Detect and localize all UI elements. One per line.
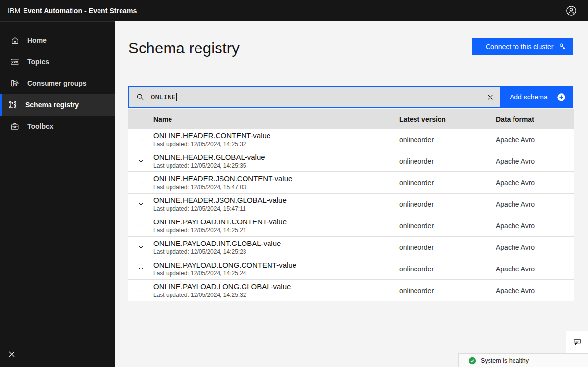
chevron-down-icon: [138, 136, 144, 143]
search-value: ONLINE: [151, 93, 176, 101]
close-icon: [8, 351, 15, 358]
row-expand-button[interactable]: [128, 266, 153, 272]
schema-last-updated: Last updated: 12/05/2024, 14:25:35: [153, 162, 399, 169]
sidebar-item-toolbox[interactable]: Toolbox: [0, 116, 115, 137]
user-avatar-button[interactable]: [564, 3, 579, 19]
sidebar-item-topics[interactable]: Topics: [0, 51, 115, 73]
schema-name: ONLINE.PAYLOAD.INT.CONTENT-value: [153, 218, 399, 226]
schema-last-updated: Last updated: 12/05/2024, 15:47:03: [153, 184, 399, 191]
latest-version-cell: onlineorder: [399, 287, 496, 294]
topics-icon: [10, 57, 20, 67]
row-expand-button[interactable]: [128, 179, 153, 186]
data-format-cell: Apache Avro: [496, 244, 574, 251]
top-header: IBMEvent Automation - Event Streams: [0, 0, 588, 21]
schema-name: ONLINE.PAYLOAD.LONG.CONTENT-value: [153, 261, 399, 269]
add-schema-label: Add schema: [510, 93, 548, 101]
schema-registry-icon: [8, 100, 18, 110]
sidebar-item-label: Toolbox: [27, 122, 53, 130]
schema-last-updated: Last updated: 12/05/2024, 14:25:21: [153, 227, 399, 234]
schema-name-cell: ONLINE.HEADER.JSON.CONTENT-value Last up…: [153, 174, 399, 191]
chevron-down-icon: [138, 266, 144, 272]
sidebar: Home Topics Consumer groups: [0, 21, 115, 367]
latest-version-cell: onlineorder: [399, 157, 496, 165]
connect-to-cluster-button[interactable]: Connect to this cluster: [472, 38, 573, 55]
chevron-down-icon: [138, 158, 144, 164]
schema-name-cell: ONLINE.HEADER.GLOBAL-value Last updated:…: [153, 153, 399, 169]
latest-version-cell: onlineorder: [399, 179, 496, 187]
chevron-down-icon: [138, 179, 144, 186]
latest-version-cell: onlineorder: [399, 136, 496, 144]
main-content: Schema registry Connect to this cluster …: [115, 21, 588, 367]
schema-last-updated: Last updated: 12/05/2024, 15:47:11: [153, 205, 399, 212]
column-header-latest-version: Latest version: [399, 115, 496, 123]
user-avatar-icon: [566, 5, 577, 16]
search-input[interactable]: ONLINE: [128, 86, 501, 108]
row-expand-button[interactable]: [128, 201, 153, 207]
table-row[interactable]: ONLINE.PAYLOAD.LONG.GLOBAL-value Last up…: [128, 280, 574, 301]
add-schema-button[interactable]: Add schema: [501, 86, 573, 108]
latest-version-cell: onlineorder: [399, 265, 496, 273]
page-title: Schema registry: [128, 40, 240, 57]
schema-name: ONLINE.HEADER.GLOBAL-value: [153, 153, 399, 161]
schema-last-updated: Last updated: 12/05/2024, 14:25:24: [153, 270, 399, 277]
row-expand-button[interactable]: [128, 244, 153, 250]
schema-name-cell: ONLINE.PAYLOAD.LONG.GLOBAL-value Last up…: [153, 282, 399, 298]
sidebar-item-home[interactable]: Home: [0, 29, 115, 51]
data-format-cell: Apache Avro: [496, 200, 574, 208]
chevron-down-icon: [138, 287, 144, 294]
toolbox-icon: [10, 122, 20, 131]
schema-last-updated: Last updated: 12/05/2024, 14:25:32: [153, 292, 399, 298]
sidebar-item-label: Consumer groups: [27, 79, 87, 87]
table-row[interactable]: ONLINE.HEADER.JSON.GLOBAL-value Last upd…: [128, 194, 574, 215]
latest-version-cell: onlineorder: [399, 200, 496, 208]
table-header-row: Name Latest version Data format: [128, 109, 574, 129]
sidebar-close-button[interactable]: [5, 347, 19, 361]
schema-name-cell: ONLINE.PAYLOAD.LONG.CONTENT-value Last u…: [153, 261, 399, 277]
consumer-groups-icon: [10, 78, 20, 88]
schema-last-updated: Last updated: 12/05/2024, 14:25:32: [153, 141, 399, 147]
column-header-data-format: Data format: [496, 115, 574, 123]
chevron-down-icon: [138, 201, 144, 207]
system-status-bar[interactable]: System is healthy: [458, 353, 588, 367]
sidebar-item-label: Home: [27, 36, 47, 44]
schema-name-cell: ONLINE.HEADER.JSON.GLOBAL-value Last upd…: [153, 196, 399, 212]
table-row[interactable]: ONLINE.HEADER.JSON.CONTENT-value Last up…: [128, 172, 574, 194]
text-caret: [176, 93, 177, 101]
home-icon: [10, 35, 20, 45]
row-expand-button[interactable]: [128, 287, 153, 294]
schema-last-updated: Last updated: 12/05/2024, 14:25:23: [153, 248, 399, 255]
data-format-cell: Apache Avro: [496, 222, 574, 230]
chevron-down-icon: [138, 222, 144, 229]
row-expand-button[interactable]: [128, 136, 153, 143]
table-body: ONLINE.HEADER.CONTENT-value Last updated…: [128, 129, 574, 301]
table-row[interactable]: ONLINE.PAYLOAD.INT.GLOBAL-value Last upd…: [128, 237, 574, 258]
schema-name: ONLINE.HEADER.JSON.GLOBAL-value: [153, 196, 399, 204]
brand-title: Event Automation - Event Streams: [23, 7, 137, 15]
schema-name-cell: ONLINE.PAYLOAD.INT.CONTENT-value Last up…: [153, 218, 399, 234]
sidebar-item-consumer-groups[interactable]: Consumer groups: [0, 73, 115, 94]
table-row[interactable]: ONLINE.PAYLOAD.INT.CONTENT-value Last up…: [128, 215, 574, 237]
sidebar-item-schema-registry[interactable]: Schema registry: [0, 94, 115, 116]
chevron-down-icon: [138, 244, 144, 250]
schema-name: ONLINE.HEADER.JSON.CONTENT-value: [153, 174, 399, 183]
table-row[interactable]: ONLINE.HEADER.CONTENT-value Last updated…: [128, 129, 574, 150]
column-header-name: Name: [128, 115, 399, 123]
schema-name: ONLINE.PAYLOAD.LONG.GLOBAL-value: [153, 282, 399, 291]
sidebar-nav: Home Topics Consumer groups: [0, 29, 115, 137]
data-format-cell: Apache Avro: [496, 179, 574, 187]
schema-name: ONLINE.PAYLOAD.INT.GLOBAL-value: [153, 239, 399, 247]
data-format-cell: Apache Avro: [496, 157, 574, 165]
latest-version-cell: onlineorder: [399, 244, 496, 251]
feedback-chat-button[interactable]: [566, 331, 588, 353]
connect-icon: [559, 43, 566, 50]
chat-bubble-icon: [573, 338, 581, 346]
connect-button-label: Connect to this cluster: [486, 43, 554, 50]
table-row[interactable]: ONLINE.PAYLOAD.LONG.CONTENT-value Last u…: [128, 258, 574, 280]
latest-version-cell: onlineorder: [399, 222, 496, 230]
brand-prefix: IBM: [8, 7, 20, 15]
table-row[interactable]: ONLINE.HEADER.GLOBAL-value Last updated:…: [128, 150, 574, 172]
search-clear-button[interactable]: [480, 87, 500, 107]
schema-name: ONLINE.HEADER.CONTENT-value: [153, 131, 399, 140]
row-expand-button[interactable]: [128, 222, 153, 229]
row-expand-button[interactable]: [128, 158, 153, 164]
